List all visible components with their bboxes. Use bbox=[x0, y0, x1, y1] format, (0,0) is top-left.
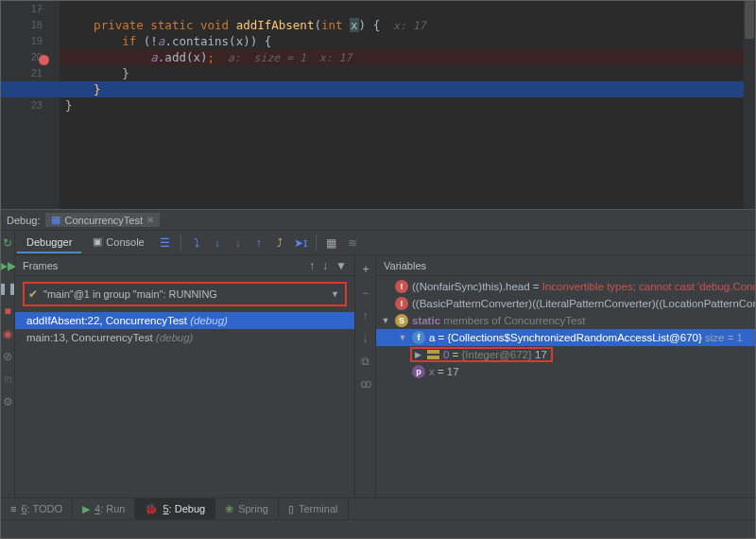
breakpoint-icon[interactable] bbox=[39, 55, 49, 65]
terminal-icon: ▯ bbox=[288, 503, 294, 515]
expand-icon[interactable]: ▶ bbox=[412, 350, 423, 359]
frame-package: (debug) bbox=[190, 315, 228, 326]
code-editor[interactable]: 17 18 19 20 21 22 23 − ⌃ private static … bbox=[1, 1, 755, 209]
thread-selector[interactable]: ✔ "main"@1 in group "main": RUNNING ▼ bbox=[23, 282, 347, 306]
mute-breakpoints-icon[interactable]: ⊘ bbox=[1, 350, 14, 363]
var-label: static bbox=[412, 315, 440, 326]
line-number[interactable]: 23 bbox=[1, 97, 43, 113]
field-token: a bbox=[150, 50, 158, 64]
punct-token: ) bbox=[359, 18, 373, 32]
next-frame-icon[interactable]: ↓ bbox=[322, 259, 328, 272]
tab-spring[interactable]: ❀Spring bbox=[215, 498, 279, 519]
scroll-thumb[interactable] bbox=[745, 1, 754, 39]
tab-terminal[interactable]: ▯Terminal bbox=[279, 498, 349, 519]
line-number[interactable]: 20 bbox=[1, 49, 43, 65]
move-up-icon[interactable]: ↑ bbox=[363, 309, 369, 322]
filter-icon[interactable]: ▼ bbox=[335, 259, 347, 272]
step-into-icon[interactable]: ↓ bbox=[208, 234, 227, 252]
field-icon: f bbox=[412, 331, 425, 344]
code-line[interactable]: if (!a.contains(x)) { bbox=[60, 33, 755, 49]
code-line[interactable]: } bbox=[60, 97, 755, 113]
evaluate-expression-icon[interactable]: ▦ bbox=[322, 234, 341, 252]
step-out-icon[interactable]: ↑ bbox=[249, 234, 268, 252]
tab-console[interactable]: ▣Console bbox=[83, 232, 153, 253]
watch-expr: ((BasicPatternConverter)((LiteralPattern… bbox=[412, 298, 756, 309]
var-row[interactable]: p x = 17 bbox=[376, 363, 756, 380]
pane-title: Variables bbox=[384, 260, 426, 271]
variables-tree[interactable]: ! ((NonfairSync)this).head = Inconvertib… bbox=[376, 276, 756, 497]
collapse-icon[interactable]: ▼ bbox=[397, 333, 408, 342]
var-row[interactable]: ▼f a = {Collections$SynchronizedRandomAc… bbox=[376, 329, 756, 346]
tab-debugger[interactable]: Debugger bbox=[17, 233, 81, 253]
code-line[interactable]: } bbox=[60, 81, 755, 97]
tab-run[interactable]: ▶4: Run bbox=[73, 498, 135, 519]
keyword-token: if bbox=[122, 34, 144, 48]
frame-location: main:13, ConcurrencyTest bbox=[26, 332, 156, 343]
thread-name: "main"@1 in group "main": RUNNING bbox=[43, 288, 217, 300]
camera-icon[interactable]: ⏍ bbox=[1, 373, 14, 386]
prev-frame-icon[interactable]: ↑ bbox=[309, 259, 315, 272]
code-area[interactable]: private static void addIfAbsent(int x) {… bbox=[60, 1, 755, 209]
chevron-down-icon: ▼ bbox=[331, 289, 339, 299]
editor-gutter[interactable]: 17 18 19 20 21 22 23 − ⌃ bbox=[1, 1, 60, 209]
view-breakpoints-icon[interactable]: ◉ bbox=[1, 327, 14, 340]
line-number[interactable]: 18 bbox=[1, 17, 43, 33]
code-line[interactable]: a.add(x); a: size = 1 x: 17 bbox=[60, 49, 755, 65]
line-number[interactable]: 17 bbox=[1, 1, 43, 17]
move-down-icon[interactable]: ↓ bbox=[363, 332, 369, 345]
pane-title: Frames bbox=[23, 260, 58, 271]
step-over-icon[interactable]: ⤵ bbox=[187, 234, 206, 252]
run-config-name: ConcurrencyTest bbox=[64, 215, 143, 226]
duplicate-watch-icon[interactable]: ⧉ bbox=[361, 355, 369, 368]
close-icon[interactable]: ✕ bbox=[146, 215, 154, 225]
rerun-icon[interactable]: ↻ bbox=[1, 236, 14, 250]
fold-minus-icon[interactable]: − bbox=[39, 4, 44, 14]
trace-current-stream-icon[interactable]: ≋ bbox=[343, 234, 362, 252]
show-watches-icon[interactable]: oo bbox=[361, 377, 369, 391]
force-step-into-icon[interactable]: ↓ bbox=[229, 234, 248, 252]
status-bar bbox=[1, 519, 755, 538]
param-icon: p bbox=[412, 365, 425, 378]
tab-todo[interactable]: ≡6: TODO bbox=[1, 498, 73, 519]
run-config-tab[interactable]: ▦ ConcurrencyTest ✕ bbox=[45, 213, 160, 227]
frame-item[interactable]: addIfAbsent:22, ConcurrencyTest (debug) bbox=[15, 312, 354, 329]
watch-error-row[interactable]: ! ((NonfairSync)this).head = Inconvertib… bbox=[376, 278, 756, 295]
code-token: .contains(x)) { bbox=[164, 34, 271, 48]
code-line[interactable]: } bbox=[60, 65, 755, 81]
collapse-icon[interactable]: ▼ bbox=[380, 316, 391, 325]
watch-error-row[interactable]: ! ((BasicPatternConverter)((LiteralPatte… bbox=[376, 295, 756, 312]
new-watch-icon[interactable]: ＋ bbox=[360, 261, 371, 277]
var-static-group[interactable]: ▼S static members of ConcurrencyTest bbox=[376, 312, 756, 329]
stop-icon[interactable]: ■ bbox=[1, 304, 14, 318]
resume-icon[interactable]: ▶▶ bbox=[1, 259, 14, 272]
punct-token: ( bbox=[314, 18, 321, 32]
method-token: addIfAbsent bbox=[236, 18, 315, 32]
watch-expr: ((NonfairSync)this).head = bbox=[412, 281, 542, 292]
check-icon: ✔ bbox=[28, 287, 38, 301]
keyword-token: private static void bbox=[94, 18, 236, 32]
var-row[interactable]: ▶ 0 = {Integer@672} 17 bbox=[376, 346, 756, 363]
line-number[interactable]: 21 bbox=[1, 65, 43, 81]
tab-debug[interactable]: 🐞5: Debug bbox=[135, 498, 215, 519]
remove-watch-icon[interactable]: − bbox=[362, 287, 369, 300]
var-size: size = 1 bbox=[702, 332, 743, 343]
play-icon: ▶ bbox=[82, 503, 90, 515]
vertical-scrollbar[interactable] bbox=[744, 1, 755, 209]
error-icon: ! bbox=[395, 280, 408, 293]
tab-label: Console bbox=[106, 236, 144, 248]
frame-item[interactable]: main:13, ConcurrencyTest (debug) bbox=[15, 329, 354, 346]
run-to-cursor-icon[interactable]: ➤ɪ bbox=[291, 234, 310, 252]
tab-label: : Run bbox=[100, 503, 125, 514]
variables-pane: ＋ − ↑ ↓ ⧉ oo Variables ! bbox=[355, 255, 756, 497]
threads-icon[interactable]: ☰ bbox=[156, 234, 175, 252]
code-line[interactable] bbox=[60, 1, 755, 17]
pause-icon[interactable]: ❚❚ bbox=[1, 282, 14, 295]
settings-icon[interactable]: ⚙ bbox=[1, 395, 14, 409]
debug-title: Debug: bbox=[7, 215, 40, 226]
line-number[interactable]: 19 bbox=[1, 33, 43, 49]
list-icon: ≡ bbox=[10, 503, 16, 514]
drop-frame-icon[interactable]: ⤴ bbox=[270, 234, 289, 252]
frame-list[interactable]: addIfAbsent:22, ConcurrencyTest (debug) … bbox=[15, 312, 354, 346]
debug-main: Debugger ▣Console ☰ ⤵ ↓ ↓ ↑ ⤴ ➤ɪ ▦ ≋ F bbox=[15, 231, 756, 497]
code-line[interactable]: private static void addIfAbsent(int x) {… bbox=[60, 17, 755, 33]
